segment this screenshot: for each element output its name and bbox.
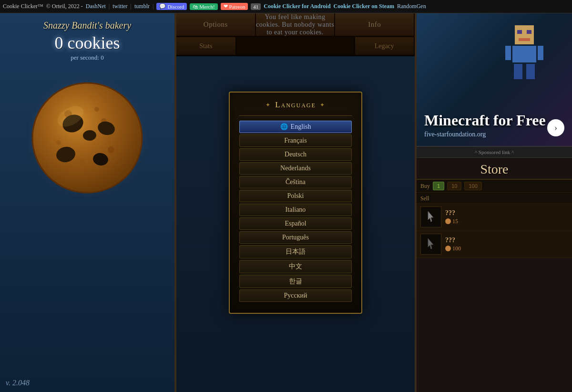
language-options-list: EnglishFrançaisDeutschNederlandsČeštinaP…	[239, 121, 352, 302]
store-item-1[interactable]: ??? 100	[417, 231, 572, 258]
twitter-link[interactable]: twitter	[112, 3, 127, 10]
store-item-icon-1	[420, 234, 441, 255]
merch-icon: 🛍	[193, 4, 198, 10]
svg-rect-18	[512, 46, 536, 62]
big-cookie[interactable]	[30, 81, 144, 195]
language-option-pt[interactable]: Português	[239, 231, 352, 244]
buy-label: Buy	[420, 183, 430, 190]
patreon-label: Patreon	[229, 4, 245, 10]
svg-rect-16	[527, 30, 531, 34]
ad-arrow-button[interactable]: ›	[547, 119, 564, 136]
language-option-it[interactable]: Italiano	[239, 204, 352, 216]
version-label: v. 2.048	[6, 379, 30, 387]
language-option-zh[interactable]: 中文	[239, 260, 352, 273]
language-option-cs[interactable]: Čeština	[239, 176, 352, 188]
discord-label: Discord	[167, 4, 184, 10]
language-option-fr[interactable]: Français	[239, 134, 352, 147]
cookie-area[interactable]	[20, 71, 154, 205]
steam-link[interactable]: Cookie Clicker on Steam	[334, 3, 394, 10]
cost-value-0: 15	[452, 218, 458, 225]
language-dialog-title: Language	[239, 100, 352, 110]
store-item-cost-1: 100	[445, 245, 568, 252]
language-option-pl[interactable]: Polski	[239, 190, 352, 202]
store-title: Store	[417, 158, 572, 180]
svg-point-4	[56, 140, 61, 145]
tumblr-link[interactable]: tumblr	[134, 3, 150, 10]
buy-sell-bar: Buy 1 10 100	[417, 180, 572, 193]
ad-content[interactable]: Minecraft for Free five-starfoundation.o…	[417, 13, 572, 146]
language-option-ko[interactable]: 한글	[239, 275, 352, 288]
discord-icon: 💬	[159, 3, 166, 10]
store-item-0[interactable]: ??? 15	[417, 204, 572, 231]
language-dialog: Language EnglishFrançaisDeutschNederland…	[229, 92, 362, 314]
discord-button[interactable]: 💬 Discord	[156, 3, 187, 10]
svg-rect-20	[538, 46, 543, 60]
language-option-nl[interactable]: Nederlands	[239, 162, 352, 175]
left-panel: Snazzy Bandit's bakery 0 cookies per sec…	[0, 13, 176, 392]
android-link[interactable]: Cookie Clicker for Android	[264, 3, 330, 10]
cost-icon-0	[445, 218, 451, 224]
ad-subtitle-text: five-starfoundation.org	[424, 131, 546, 138]
store-item-cost-0: 15	[445, 218, 568, 225]
randomgen-link[interactable]: RandomGen	[397, 3, 426, 10]
sep1: |	[109, 3, 110, 10]
language-option-de[interactable]: Deutsch	[239, 148, 352, 161]
sell-label: Sell	[420, 195, 429, 202]
language-option-ja[interactable]: 日本語	[239, 245, 352, 258]
minecraft-character	[505, 23, 543, 80]
buy-10-button[interactable]: 10	[447, 182, 461, 190]
language-divider	[239, 115, 352, 116]
merch-button[interactable]: 🛍 Merch!	[190, 3, 217, 10]
bakery-name: Snazzy Bandit's bakery	[43, 20, 131, 31]
svg-rect-14	[515, 25, 534, 44]
cookie-count: 0 cookies	[55, 33, 120, 53]
cursor-svg	[423, 209, 439, 225]
svg-rect-15	[517, 30, 522, 34]
merch-label: Merch!	[199, 4, 214, 10]
svg-rect-17	[519, 38, 530, 41]
copyright-text: © Orteil, 2022 -	[46, 3, 83, 10]
buy-1-button[interactable]: 1	[433, 182, 444, 190]
language-overlay: Language EnglishFrançaisDeutschNederland…	[176, 13, 415, 392]
right-panel: Other versions...	[415, 13, 572, 392]
svg-point-7	[94, 107, 99, 112]
sep3: |	[153, 3, 153, 10]
svg-point-6	[80, 159, 85, 165]
ad-title-text: Minecraft for Free	[424, 112, 546, 129]
patreon-count: 41	[251, 3, 261, 10]
store-section: Buy 1 10 100 Sell ???	[417, 180, 572, 392]
store-items-list: ??? 15 ???	[417, 204, 572, 258]
language-option-ru[interactable]: Русский	[239, 289, 352, 302]
cost-value-1: 100	[452, 245, 461, 252]
topbar: Cookie Clicker™ © Orteil, 2022 - DashNet…	[0, 0, 572, 13]
middle-panel: Options You feel like making cookies. Bu…	[176, 13, 415, 392]
cost-icon-1	[445, 246, 451, 251]
store-item-name-0: ???	[445, 209, 568, 217]
dashnet-link[interactable]: DashNet	[86, 3, 106, 10]
svg-rect-22	[526, 64, 535, 79]
per-second-display: per second: 0	[71, 54, 103, 62]
store-item-info-0: ??? 15	[445, 209, 568, 225]
sponsored-link-text: ^ Sponsored link ^	[417, 147, 572, 158]
patreon-icon: ❤	[224, 3, 228, 10]
main-layout: Snazzy Bandit's bakery 0 cookies per sec…	[0, 13, 572, 392]
buy-100-button[interactable]: 100	[464, 182, 481, 190]
svg-rect-21	[514, 64, 522, 79]
store-item-icon-0	[420, 206, 441, 227]
language-option-en[interactable]: English	[239, 121, 352, 133]
sep2: |	[131, 3, 132, 10]
language-option-es[interactable]: Español	[239, 217, 352, 230]
advertisement-area: Other versions...	[417, 13, 572, 147]
svg-rect-19	[505, 46, 511, 60]
patreon-button[interactable]: ❤ Patreon	[221, 3, 248, 10]
store-item-name-1: ???	[445, 237, 568, 244]
store-item-info-1: ??? 100	[445, 237, 568, 252]
brand-text: Cookie Clicker™	[3, 3, 43, 10]
item-svg-1	[423, 237, 439, 252]
svg-point-5	[108, 146, 114, 153]
